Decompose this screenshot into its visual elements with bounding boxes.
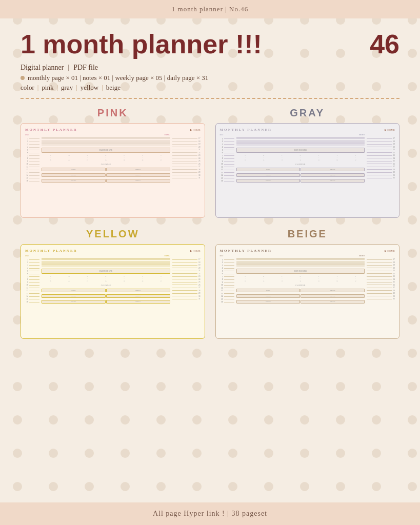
planner-card-pink: MONTHLY PLANNER ▶ HOME DAY 1 2 3 4 5 [21, 123, 205, 218]
planner-inner-pink: MONTHLY PLANNER ▶ HOME DAY 1 2 3 4 5 [25, 128, 201, 213]
days-col-gray: DAY 1 2 3 4 5 6 7 8 9 10 [220, 134, 234, 213]
header-text: 1 month planner | No.46 [172, 5, 248, 13]
color-pink: pink [42, 84, 53, 92]
color-beige: beige [106, 84, 121, 92]
planner-title-yellow: MONTHLY PLANNER [25, 249, 77, 253]
home-link-yellow: ▶ HOME [190, 249, 201, 252]
right-col-yellow: 17 18 19 20 21 22 23 24 25 26 [172, 255, 201, 334]
home-link-beige: ▶ HOME [385, 249, 395, 252]
main-col-yellow: MEMO DAILY PAGE LINK SMTWTFS [42, 255, 170, 334]
subtitle-row: Digital planner | PDF file [21, 64, 399, 72]
separator1: | [68, 64, 69, 72]
preview-label-pink: PINK [97, 107, 128, 119]
planner-header-gray: MONTHLY PLANNER ▶ HOME [220, 128, 395, 132]
right-col-pink: 17 18 19 20 21 22 23 24 25 26 [172, 134, 201, 213]
preview-beige: BEIGE MONTHLY PLANNER ▶ HOME DAY 1 2 [215, 228, 400, 339]
home-link-pink: ▶ HOME [190, 128, 201, 131]
days-col-yellow: DAY 1 2 3 4 5 6 7 8 9 10 [25, 255, 39, 334]
top-header: 1 month planner | No.46 [0, 0, 420, 18]
details-row1: monthly page × 01 | notes × 01 | weekly … [28, 74, 208, 82]
right-col-gray: 17 18 19 20 21 22 23 24 25 26 [367, 134, 395, 213]
days-col-pink: DAY 1 2 3 4 5 6 7 8 9 10 [25, 134, 39, 213]
main-col-beige: MEMO DAILY PAGE LINK SMTWTFS [236, 255, 365, 334]
page-content: 1 month planner | No.46 1 month planner … [0, 0, 420, 525]
preview-yellow: YELLOW MONTHLY PLANNER ▶ HOME DAY 1 2 [21, 228, 205, 339]
home-link-gray: ▶ HOME [385, 128, 395, 131]
preview-label-gray: GRAY [290, 107, 325, 119]
main-area: 1 month planner !!! 46 Digital planner |… [0, 18, 420, 502]
main-col-gray: MEMO DAILY PAGE LINK SMTWTFS [236, 134, 365, 213]
previews-grid: PINK MONTHLY PLANNER ▶ HOME DAY 1 2 [21, 107, 399, 339]
planner-header-yellow: MONTHLY PLANNER ▶ HOME [25, 249, 201, 253]
subtitle-file: PDF file [73, 64, 98, 72]
planner-header-beige: MONTHLY PLANNER ▶ HOME [220, 249, 395, 253]
colors-row: color | pink | gray | yellow | beige [21, 84, 399, 92]
planner-inner-gray: MONTHLY PLANNER ▶ HOME DAY 1 2 3 4 5 [220, 128, 395, 213]
planner-body-pink: DAY 1 2 3 4 5 6 7 8 9 10 [25, 134, 201, 213]
planner-card-gray: MONTHLY PLANNER ▶ HOME DAY 1 2 3 4 5 [215, 123, 400, 218]
colors-label: color [21, 84, 34, 92]
planner-header-pink: MONTHLY PLANNER ▶ HOME [25, 128, 201, 132]
info-section: Digital planner | PDF file monthly page … [21, 64, 399, 92]
planner-card-yellow: MONTHLY PLANNER ▶ HOME DAY 1 2 3 4 5 [21, 244, 205, 339]
preview-label-yellow: YELLOW [86, 228, 139, 240]
days-col-beige: DAY 1 2 3 4 5 6 7 8 9 10 [220, 255, 234, 334]
color-gray: gray [61, 84, 73, 92]
planner-title-beige: MONTHLY PLANNER [220, 249, 272, 253]
bottom-footer: All page Hyper link ! | 38 pageset [0, 502, 420, 525]
preview-gray: GRAY MONTHLY PLANNER ▶ HOME DAY 1 2 [215, 107, 400, 218]
planner-title-gray: MONTHLY PLANNER [220, 128, 272, 132]
number-badge: 46 [370, 29, 399, 59]
color-yellow: yellow [81, 84, 98, 92]
details-row: monthly page × 01 | notes × 01 | weekly … [21, 74, 399, 82]
subtitle-type: Digital planner [21, 64, 64, 72]
dashed-divider [21, 98, 399, 99]
preview-label-beige: BEIGE [288, 228, 327, 240]
planner-inner-beige: MONTHLY PLANNER ▶ HOME DAY 1 2 3 4 5 [220, 249, 395, 334]
planner-body-yellow: DAY 1 2 3 4 5 6 7 8 9 10 [25, 255, 201, 334]
planner-inner-yellow: MONTHLY PLANNER ▶ HOME DAY 1 2 3 4 5 [25, 249, 201, 334]
title-section: 1 month planner !!! 46 [21, 29, 399, 59]
planner-body-gray: DAY 1 2 3 4 5 6 7 8 9 10 [220, 134, 395, 213]
main-col-pink: MEMO DAILY PAGE LINK SMTWTFS [42, 134, 170, 213]
bullet-dot [21, 76, 25, 80]
preview-pink: PINK MONTHLY PLANNER ▶ HOME DAY 1 2 [21, 107, 205, 218]
day-header-pink: DAY [25, 134, 39, 136]
main-title: 1 month planner !!! [21, 29, 262, 59]
planner-card-beige: MONTHLY PLANNER ▶ HOME DAY 1 2 3 4 5 [215, 244, 400, 339]
footer-text: All page Hyper link ! | 38 pageset [153, 510, 267, 517]
planner-body-beige: DAY 1 2 3 4 5 6 7 8 9 10 [220, 255, 395, 334]
right-col-beige: 17 18 19 20 21 22 23 24 25 26 [367, 255, 395, 334]
planner-title-pink: MONTHLY PLANNER [25, 128, 77, 132]
